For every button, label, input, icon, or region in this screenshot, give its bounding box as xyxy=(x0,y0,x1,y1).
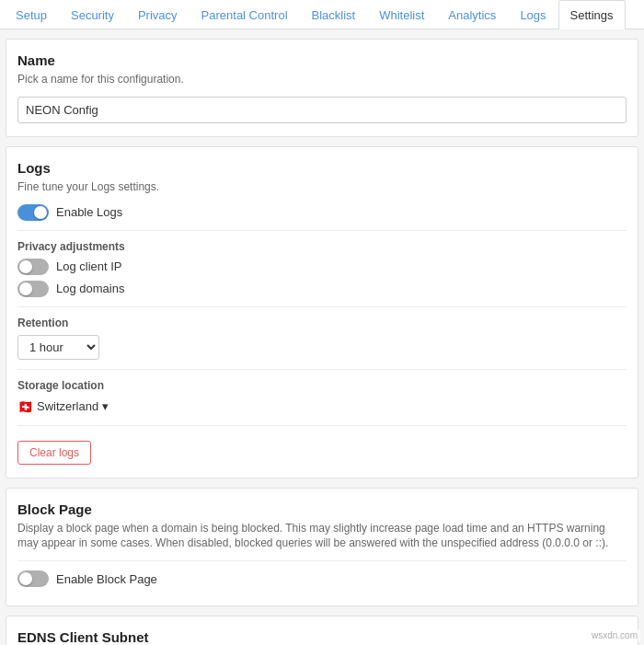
log-client-ip-toggle[interactable] xyxy=(17,259,49,275)
divider-3 xyxy=(17,369,627,370)
tab-parental-control[interactable]: Parental Control xyxy=(190,0,300,29)
enable-logs-label: Enable Logs xyxy=(56,205,122,219)
divider-2 xyxy=(17,306,627,307)
tab-security[interactable]: Security xyxy=(59,0,126,29)
privacy-adjustments-label: Privacy adjustments xyxy=(17,240,627,253)
name-section-title: Name xyxy=(17,52,627,68)
edns-title: EDNS Client Subnet xyxy=(17,629,627,645)
tab-privacy[interactable]: Privacy xyxy=(126,0,190,29)
log-domains-row: Log domains xyxy=(17,281,627,297)
retention-select[interactable]: 1 hour 6 hours 12 hours 24 hours 7 days … xyxy=(17,335,99,360)
tab-logs[interactable]: Logs xyxy=(508,0,558,29)
retention-label: Retention xyxy=(17,317,627,329)
divider-1 xyxy=(17,230,627,231)
block-page-desc: Display a block page when a domain is be… xyxy=(17,521,627,552)
enable-logs-toggle[interactable] xyxy=(17,204,49,221)
block-page-section: Block Page Display a block page when a d… xyxy=(6,488,638,607)
name-section: Name Pick a name for this configuration. xyxy=(6,39,638,137)
enable-block-page-row: Enable Block Page xyxy=(17,570,627,587)
enable-logs-row: Enable Logs xyxy=(17,204,627,221)
logs-section-desc: Fine tune your Logs settings. xyxy=(17,179,627,195)
enable-block-page-label: Enable Block Page xyxy=(56,572,157,586)
clear-logs-button[interactable]: Clear logs xyxy=(17,441,91,465)
logs-section-title: Logs xyxy=(17,160,627,176)
tab-setup[interactable]: Setup xyxy=(4,0,59,29)
log-client-ip-label: Log client IP xyxy=(56,259,122,273)
edns-section: EDNS Client Subnet EDNS Client Subnet is… xyxy=(6,616,638,645)
switzerland-flag-icon: 🇨🇭 xyxy=(17,399,33,414)
storage-location-button[interactable]: 🇨🇭 Switzerland ▾ xyxy=(17,397,109,416)
divider-4 xyxy=(17,425,627,426)
watermark: wsxdn.com xyxy=(589,629,640,641)
storage-dropdown-icon: ▾ xyxy=(102,399,109,413)
logs-section: Logs Fine tune your Logs settings. Enabl… xyxy=(6,146,638,478)
log-domains-toggle[interactable] xyxy=(17,281,49,297)
tab-settings[interactable]: Settings xyxy=(558,0,626,29)
config-name-input[interactable] xyxy=(17,97,627,123)
storage-location-value: Switzerland xyxy=(37,399,98,413)
divider-5 xyxy=(17,560,627,561)
log-domains-label: Log domains xyxy=(56,282,124,295)
tab-blacklist[interactable]: Blacklist xyxy=(300,0,368,29)
name-section-desc: Pick a name for this configuration. xyxy=(17,72,627,87)
nav-tabs: Setup Security Privacy Parental Control … xyxy=(0,0,644,29)
tab-whitelist[interactable]: Whitelist xyxy=(367,0,436,29)
log-client-ip-row: Log client IP xyxy=(17,259,627,275)
storage-location-label: Storage location xyxy=(17,379,627,392)
block-page-title: Block Page xyxy=(17,501,627,517)
enable-block-page-toggle[interactable] xyxy=(17,570,49,587)
tab-analytics[interactable]: Analytics xyxy=(436,0,508,29)
